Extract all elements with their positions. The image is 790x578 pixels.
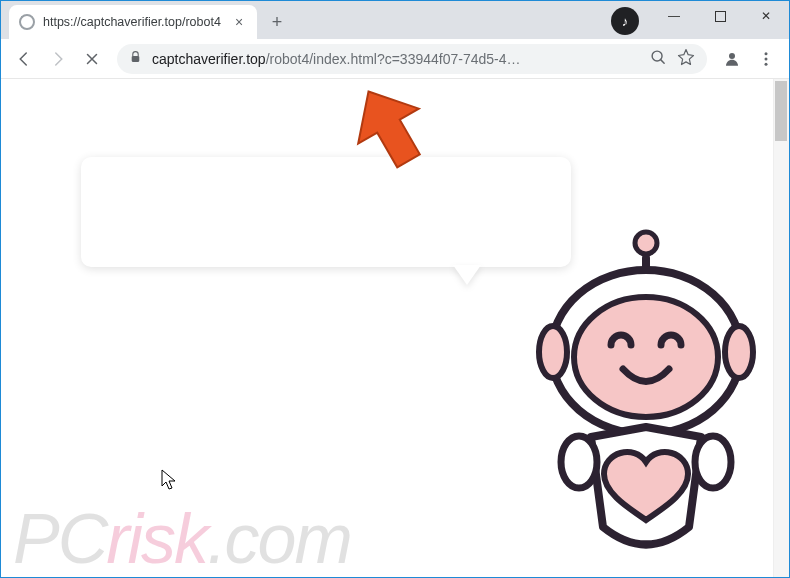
svg-point-11 [725, 326, 753, 378]
stop-reload-button[interactable] [77, 44, 107, 74]
arrow-right-icon [49, 50, 67, 68]
watermark-text: PCrisk.com [13, 499, 351, 577]
browser-toolbar: captchaverifier.top/robot4/index.html?c=… [1, 39, 789, 79]
menu-button[interactable] [751, 44, 781, 74]
svg-rect-0 [715, 11, 725, 21]
menu-dots-icon [757, 50, 775, 68]
url-host: captchaverifier.top [152, 51, 266, 67]
close-tab-icon[interactable]: × [231, 14, 247, 30]
svg-point-5 [765, 57, 768, 60]
watermark-com: .com [207, 500, 351, 577]
close-icon [83, 50, 101, 68]
forward-button[interactable] [43, 44, 73, 74]
minimize-button[interactable]: — [651, 1, 697, 31]
profile-icon [723, 50, 741, 68]
globe-icon [19, 14, 35, 30]
star-icon[interactable] [677, 48, 695, 69]
speech-bubble [81, 157, 571, 267]
watermark-pc: PC [13, 500, 106, 577]
url-path: /robot4/index.html?c=33944f07-74d5-4… [266, 51, 521, 67]
profile-button[interactable] [717, 44, 747, 74]
arrow-left-icon [15, 50, 33, 68]
new-tab-button[interactable]: + [263, 8, 291, 36]
svg-rect-1 [132, 56, 140, 62]
window-controls: — ✕ [651, 1, 789, 31]
svg-point-7 [635, 232, 657, 254]
svg-point-3 [729, 53, 735, 59]
svg-point-4 [765, 52, 768, 55]
tab-strip: https://captchaverifier.top/robot4 × + ♪… [1, 1, 789, 39]
omnibox-actions [650, 48, 695, 69]
robot-illustration [531, 227, 761, 557]
watermark-risk: risk [106, 500, 207, 577]
scroll-thumb[interactable] [775, 81, 787, 141]
browser-tab[interactable]: https://captchaverifier.top/robot4 × [9, 5, 257, 39]
media-playing-badge[interactable]: ♪ [611, 7, 639, 35]
address-bar[interactable]: captchaverifier.top/robot4/index.html?c=… [117, 44, 707, 74]
maximize-icon [715, 11, 726, 22]
svg-point-6 [765, 62, 768, 65]
vertical-scrollbar[interactable] [773, 79, 789, 577]
annotation-arrow-icon [344, 82, 434, 172]
tab-title: https://captchaverifier.top/robot4 [43, 15, 231, 29]
mouse-cursor-icon [161, 469, 179, 491]
maximize-button[interactable] [697, 1, 743, 31]
svg-point-12 [574, 297, 718, 417]
back-button[interactable] [9, 44, 39, 74]
svg-point-14 [695, 436, 731, 488]
svg-point-10 [539, 326, 567, 378]
search-icon[interactable] [650, 49, 667, 69]
lock-icon [129, 50, 142, 67]
close-window-button[interactable]: ✕ [743, 1, 789, 31]
svg-point-13 [561, 436, 597, 488]
